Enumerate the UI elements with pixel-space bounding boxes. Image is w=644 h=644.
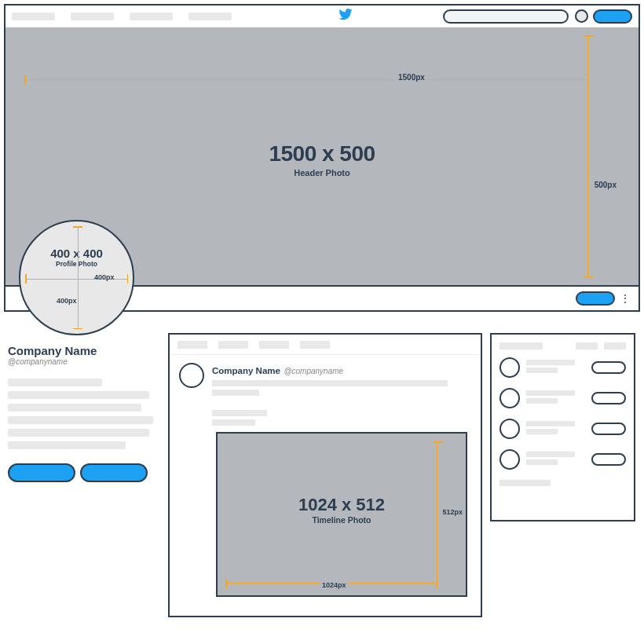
suggestion-item bbox=[499, 357, 626, 378]
post-text-placeholder bbox=[212, 380, 448, 386]
follow-button[interactable] bbox=[591, 423, 626, 435]
follow-button[interactable] bbox=[576, 291, 615, 306]
suggestion-item bbox=[499, 419, 626, 439]
dimension-tick bbox=[127, 274, 129, 284]
tab-placeholder[interactable] bbox=[177, 341, 207, 349]
suggestion-avatar[interactable] bbox=[499, 419, 520, 439]
header-size-text: 1500 x 500 bbox=[269, 141, 375, 166]
dimension-tick bbox=[584, 35, 593, 37]
dimension-height-label: 500px bbox=[595, 181, 617, 189]
follow-button[interactable] bbox=[591, 361, 626, 374]
suggestions-footer bbox=[499, 480, 551, 486]
dimension-width-label: 400px bbox=[94, 273, 115, 281]
company-name: Company Name bbox=[8, 344, 157, 357]
action-button-1[interactable] bbox=[8, 463, 75, 482]
tab-placeholder[interactable] bbox=[259, 341, 289, 349]
follow-button[interactable] bbox=[591, 453, 626, 466]
follow-button[interactable] bbox=[591, 392, 626, 404]
timeline-photo-area: 1024px 512px 1024 x 512 Timeline Photo bbox=[216, 432, 467, 597]
header-photo-label: 1500 x 500 Header Photo bbox=[269, 141, 375, 177]
more-icon[interactable]: ⋮ bbox=[620, 292, 631, 305]
suggestions-header bbox=[499, 342, 626, 349]
user-avatar[interactable] bbox=[575, 9, 588, 23]
timeline-photo-label: 1024 x 512 Timeline Photo bbox=[298, 495, 385, 525]
dimension-line-height bbox=[78, 226, 79, 329]
suggestion-item bbox=[499, 388, 626, 408]
suggestion-avatar[interactable] bbox=[499, 357, 520, 378]
post-text-placeholder bbox=[212, 410, 267, 416]
dimension-line-height bbox=[587, 35, 588, 277]
nav-placeholder bbox=[71, 13, 114, 20]
action-button-2[interactable] bbox=[80, 463, 148, 482]
timeline-tabs bbox=[170, 335, 481, 355]
dimension-tick bbox=[25, 274, 27, 284]
post-avatar[interactable] bbox=[179, 363, 204, 388]
dimension-tick bbox=[73, 328, 82, 330]
suggestion-avatar[interactable] bbox=[499, 449, 520, 470]
profile-action-buttons bbox=[8, 463, 157, 482]
timeline-card: Company Name @companyname 1024px 512px 1… bbox=[168, 333, 482, 617]
timeline-size-text: 1024 x 512 bbox=[298, 495, 385, 515]
suggestion-avatar[interactable] bbox=[499, 388, 520, 408]
profile-info-column: Company Name @companyname bbox=[8, 344, 157, 482]
dimension-line-width bbox=[24, 79, 588, 80]
nav-placeholder bbox=[188, 13, 232, 20]
profile-size-text: 400 x 400 bbox=[20, 247, 133, 260]
dimension-width-label: 1500px bbox=[395, 73, 428, 82]
dimension-tick bbox=[225, 579, 227, 588]
dimension-height-label: 512px bbox=[442, 508, 463, 516]
dimension-tick bbox=[584, 276, 593, 278]
suggestions-card bbox=[490, 333, 635, 521]
post-author-name: Company Name bbox=[212, 366, 280, 375]
bio-placeholder bbox=[8, 379, 157, 449]
dimension-line-height bbox=[437, 441, 437, 584]
dimension-tick bbox=[73, 226, 82, 228]
profile-subtitle: Profile Photo bbox=[20, 260, 133, 268]
company-handle: @companyname bbox=[8, 357, 157, 366]
profile-photo-area: 400 x 400 Profile Photo 400px 400px bbox=[19, 220, 134, 335]
post-text-placeholder bbox=[212, 419, 255, 426]
tab-placeholder[interactable] bbox=[300, 341, 330, 349]
dimension-height-label: 400px bbox=[57, 297, 77, 305]
dimension-width-label: 1024px bbox=[320, 581, 349, 589]
post-text-placeholder bbox=[212, 390, 259, 396]
twitter-icon bbox=[338, 9, 353, 24]
top-nav-bar bbox=[5, 5, 639, 27]
search-input[interactable] bbox=[443, 9, 569, 24]
post-body: 1024px 512px 1024 x 512 Timeline Photo bbox=[170, 399, 481, 597]
tweet-button[interactable] bbox=[593, 9, 632, 24]
dimension-tick bbox=[24, 75, 26, 84]
dimension-tick bbox=[433, 441, 442, 443]
tab-placeholder[interactable] bbox=[218, 341, 248, 349]
suggestion-item bbox=[499, 449, 626, 470]
post-header: Company Name @companyname bbox=[170, 355, 481, 399]
nav-placeholder bbox=[130, 13, 173, 20]
header-subtitle: Header Photo bbox=[269, 168, 375, 177]
nav-placeholder bbox=[12, 13, 55, 20]
timeline-subtitle: Timeline Photo bbox=[298, 515, 385, 525]
post-author-handle: @companyname bbox=[284, 367, 343, 375]
